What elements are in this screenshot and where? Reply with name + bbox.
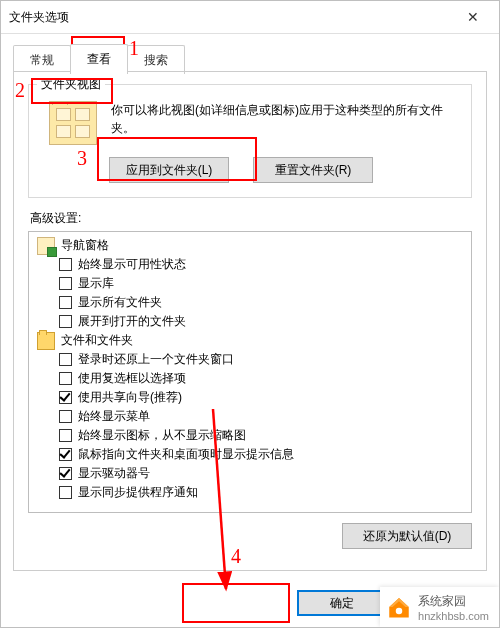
folder-icon	[37, 332, 55, 350]
apply-to-folders-button[interactable]: 应用到文件夹(L)	[109, 157, 229, 183]
tree-item-label: 始终显示菜单	[78, 408, 150, 425]
tree-option[interactable]: 登录时还原上一个文件夹窗口	[31, 350, 465, 369]
watermark-logo-icon	[386, 594, 412, 620]
checkbox[interactable]	[59, 486, 72, 499]
tab-view[interactable]: 查看	[70, 44, 128, 73]
tree-item-label: 导航窗格	[61, 237, 109, 254]
folder-icon	[49, 101, 97, 145]
checkbox[interactable]	[59, 258, 72, 271]
tree-option[interactable]: 始终显示菜单	[31, 407, 465, 426]
folder-view-group: 文件夹视图 你可以将此视图(如详细信息或图标)应用于这种类型的所有文件夹。 应用…	[28, 84, 472, 198]
checkbox[interactable]	[59, 372, 72, 385]
watermark: 系统家园 hnzkhbsb.com	[380, 587, 499, 627]
tree-item-label: 显示所有文件夹	[78, 294, 162, 311]
tree-option[interactable]: 使用复选框以选择项	[31, 369, 465, 388]
ok-button[interactable]: 确定	[297, 590, 387, 616]
checkbox[interactable]	[59, 448, 72, 461]
tree-option[interactable]: 显示库	[31, 274, 465, 293]
tree-item-label: 使用共享向导(推荐)	[78, 389, 182, 406]
tree-item-label: 使用复选框以选择项	[78, 370, 186, 387]
tree-option[interactable]: 始终显示图标，从不显示缩略图	[31, 426, 465, 445]
watermark-url: hnzkhbsb.com	[418, 610, 489, 622]
tree-option[interactable]: 始终显示可用性状态	[31, 255, 465, 274]
tree-option[interactable]: 展开到打开的文件夹	[31, 312, 465, 331]
tree-item-label: 登录时还原上一个文件夹窗口	[78, 351, 234, 368]
tree-item-label: 显示库	[78, 275, 114, 292]
window-title: 文件夹选项	[9, 9, 69, 26]
checkbox[interactable]	[59, 467, 72, 480]
folder-view-description: 你可以将此视图(如详细信息或图标)应用于这种类型的所有文件夹。	[111, 101, 461, 137]
tree-option[interactable]: 显示同步提供程序通知	[31, 483, 465, 502]
tree-item-label: 文件和文件夹	[61, 332, 133, 349]
checkbox[interactable]	[59, 391, 72, 404]
tree-option[interactable]: 显示驱动器号	[31, 464, 465, 483]
checkbox[interactable]	[59, 410, 72, 423]
tree-category: 文件和文件夹	[31, 331, 465, 350]
tree-item-label: 始终显示可用性状态	[78, 256, 186, 273]
svg-point-1	[396, 608, 403, 615]
checkbox[interactable]	[59, 315, 72, 328]
tree-option[interactable]: 显示所有文件夹	[31, 293, 465, 312]
tree-item-label: 始终显示图标，从不显示缩略图	[78, 427, 246, 444]
tree-category: 导航窗格	[31, 236, 465, 255]
watermark-name: 系统家园	[418, 593, 489, 610]
tree-item-label: 展开到打开的文件夹	[78, 313, 186, 330]
tree-option[interactable]: 使用共享向导(推荐)	[31, 388, 465, 407]
reset-folders-button[interactable]: 重置文件夹(R)	[253, 157, 373, 183]
nav-pane-icon	[37, 237, 55, 255]
checkbox[interactable]	[59, 429, 72, 442]
advanced-settings-listbox[interactable]: 导航窗格始终显示可用性状态显示库显示所有文件夹展开到打开的文件夹文件和文件夹登录…	[28, 231, 472, 513]
advanced-settings-label: 高级设置:	[30, 210, 472, 227]
tree-item-label: 显示同步提供程序通知	[78, 484, 198, 501]
close-icon[interactable]: ✕	[455, 5, 491, 29]
tab-general[interactable]: 常规	[13, 45, 71, 74]
checkbox[interactable]	[59, 353, 72, 366]
folder-view-group-title: 文件夹视图	[37, 76, 105, 93]
tab-search[interactable]: 搜索	[127, 45, 185, 74]
checkbox[interactable]	[59, 296, 72, 309]
tree-item-label: 鼠标指向文件夹和桌面项时显示提示信息	[78, 446, 294, 463]
tree-option[interactable]: 鼠标指向文件夹和桌面项时显示提示信息	[31, 445, 465, 464]
restore-defaults-button[interactable]: 还原为默认值(D)	[342, 523, 472, 549]
tree-item-label: 显示驱动器号	[78, 465, 150, 482]
checkbox[interactable]	[59, 277, 72, 290]
